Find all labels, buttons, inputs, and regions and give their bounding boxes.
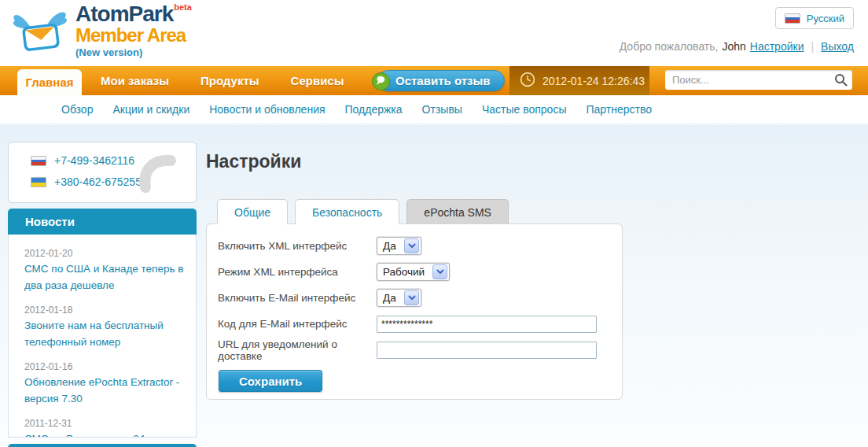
field-label: Включить XML интерфейс bbox=[218, 240, 377, 252]
news-date: 2012-01-20 bbox=[24, 248, 185, 259]
language-button[interactable]: Русский bbox=[775, 7, 854, 29]
news-link[interactable]: Звоните нам на бесплатный телефонный ном… bbox=[24, 318, 185, 351]
phone-number-russia[interactable]: +7-499-3462116 bbox=[54, 154, 134, 167]
subnav-item-support[interactable]: Поддержка bbox=[345, 103, 403, 116]
welcome-bar: Добро пожаловать, John Настройки | Выход bbox=[620, 40, 854, 53]
search-icon[interactable] bbox=[834, 73, 848, 90]
flag-russia-icon bbox=[785, 13, 800, 24]
flag-ukraine-icon bbox=[31, 177, 46, 187]
search-input[interactable] bbox=[665, 70, 852, 90]
language-label: Русский bbox=[807, 13, 844, 24]
subnav-item-reviews[interactable]: Отзывы bbox=[422, 103, 462, 116]
form-row-xml-enable: Включить XML интерфейс Да bbox=[218, 233, 611, 259]
news-link[interactable]: СМС по России всего 24 копейки! Спешите! bbox=[24, 431, 185, 438]
logo-envelope-icon bbox=[9, 3, 72, 58]
datetime: 2012-01-24 12:26:43 bbox=[542, 75, 645, 87]
chevron-down-icon bbox=[432, 264, 447, 279]
select-value: Да bbox=[383, 292, 400, 304]
welcome-greeting: Добро пожаловать, bbox=[620, 40, 719, 53]
tab-general[interactable]: Общие bbox=[217, 199, 288, 224]
nav-item-products[interactable]: Продукты bbox=[200, 74, 259, 87]
news-item: 2011-12-31 СМС по России всего 24 копейк… bbox=[24, 418, 185, 438]
logout-link[interactable]: Выход bbox=[821, 40, 854, 53]
save-button[interactable]: Сохранить bbox=[219, 370, 322, 392]
search-box bbox=[665, 70, 852, 90]
xml-mode-select[interactable]: Рабочий bbox=[377, 263, 450, 281]
subnav-item-partnership[interactable]: Партнерство bbox=[586, 103, 652, 116]
field-label: Включить E-Mail интерфейс bbox=[218, 292, 377, 304]
beta-badge: beta bbox=[174, 2, 192, 12]
chevron-down-icon bbox=[404, 238, 419, 253]
main-nav: Главная Мои заказы Продукты Сервисы Оста… bbox=[0, 66, 868, 95]
form-row-xml-mode: Режим XML интерфейса Рабочий bbox=[218, 259, 611, 285]
subnav-item-faq[interactable]: Частые вопросы bbox=[482, 103, 567, 116]
logo-subtitle: Member Area bbox=[75, 26, 192, 45]
logo: AtomParkbeta Member Area (New version) bbox=[9, 3, 192, 58]
welcome-separator: | bbox=[811, 40, 814, 53]
field-label: Режим XML интерфейса bbox=[218, 266, 377, 278]
flag-russia-icon bbox=[31, 156, 46, 166]
subnav-item-news[interactable]: Новости и обновления bbox=[209, 103, 325, 116]
settings-tabs: Общие Безопасность ePochta SMS bbox=[217, 199, 509, 224]
form-row-email-code: Код для E-Mail интерфейс bbox=[218, 311, 611, 337]
logo-tagline: (New version) bbox=[75, 47, 192, 57]
news-item: 2012-01-20 СМС по США и Канаде теперь в … bbox=[24, 248, 185, 294]
news-link[interactable]: Обновление ePochta Extractor - версия 7.… bbox=[24, 375, 185, 408]
field-label: URL для уведомлений о доставке bbox=[218, 338, 377, 362]
atompark-member-area: AtomParkbeta Member Area (New version) Р… bbox=[0, 0, 868, 447]
nav-item-home[interactable]: Главная bbox=[17, 69, 82, 95]
email-code-input[interactable] bbox=[377, 316, 597, 333]
header: AtomParkbeta Member Area (New version) Р… bbox=[0, 0, 868, 66]
tab-security[interactable]: Безопасность bbox=[295, 199, 399, 224]
logo-text: AtomParkbeta Member Area (New version) bbox=[75, 3, 192, 57]
chevron-down-icon bbox=[404, 290, 419, 305]
form-row-email-enable: Включить E-Mail интерфейс Да bbox=[218, 285, 611, 311]
content-area: +7-499-3462116 +380-462-675255 Новости 2… bbox=[0, 125, 868, 447]
news-panel-body: 2012-01-20 СМС по США и Канаде теперь в … bbox=[8, 235, 197, 438]
sidebar: +7-499-3462116 +380-462-675255 Новости 2… bbox=[8, 125, 197, 447]
form-row-delivery-url: URL для уведомлений о доставке bbox=[218, 337, 611, 363]
news-link[interactable]: СМС по США и Канаде теперь в два раза де… bbox=[24, 261, 185, 294]
main-column: Настройки Общие Безопасность ePochta SMS… bbox=[206, 125, 623, 447]
phone-number-ukraine[interactable]: +380-462-675255 bbox=[54, 175, 142, 188]
settings-form-panel: Включить XML интерфейс Да Режим XML инте… bbox=[206, 224, 623, 400]
news-date: 2011-12-31 bbox=[24, 418, 185, 429]
nav-items: Мои заказы Продукты Сервисы bbox=[101, 66, 344, 95]
phone-handset-icon bbox=[136, 151, 178, 198]
nav-item-orders[interactable]: Мои заказы bbox=[101, 74, 169, 87]
page-title: Настройки bbox=[206, 151, 301, 172]
news-panel-header: Новости bbox=[8, 209, 197, 235]
clock-icon bbox=[520, 72, 535, 90]
xml-enable-select[interactable]: Да bbox=[377, 237, 421, 255]
subnav-item-overview[interactable]: Обзор bbox=[61, 103, 93, 116]
subnav-item-promotions[interactable]: Акции и скидки bbox=[112, 103, 189, 116]
tab-epochta-sms[interactable]: ePochta SMS bbox=[406, 199, 509, 224]
news-date: 2012-01-16 bbox=[24, 361, 185, 372]
email-enable-select[interactable]: Да bbox=[377, 289, 421, 307]
select-value: Рабочий bbox=[383, 266, 428, 278]
nav-item-services[interactable]: Сервисы bbox=[291, 74, 344, 87]
feedback-bubble-icon bbox=[371, 72, 391, 94]
logo-title: AtomPark bbox=[75, 2, 173, 26]
next-panel-header-cutoff bbox=[8, 444, 197, 447]
feedback-label: Оставить отзыв bbox=[395, 74, 491, 87]
field-label: Код для E-Mail интерфейс bbox=[218, 318, 377, 330]
sub-nav: Обзор Акции и скидки Новости и обновлени… bbox=[0, 95, 868, 124]
select-value: Да bbox=[383, 240, 400, 252]
username: John bbox=[722, 40, 745, 53]
news-item: 2012-01-16 Обновление ePochta Extractor … bbox=[24, 361, 185, 408]
feedback-button[interactable]: Оставить отзыв bbox=[377, 70, 505, 91]
news-item: 2012-01-18 Звоните нам на бесплатный тел… bbox=[24, 305, 185, 351]
contact-phones-panel: +7-499-3462116 +380-462-675255 bbox=[8, 142, 197, 203]
delivery-url-input[interactable] bbox=[377, 342, 597, 359]
news-date: 2012-01-18 bbox=[24, 305, 185, 316]
clock-box: 2012-01-24 12:26:43 bbox=[509, 66, 649, 95]
settings-link[interactable]: Настройки bbox=[750, 40, 804, 53]
